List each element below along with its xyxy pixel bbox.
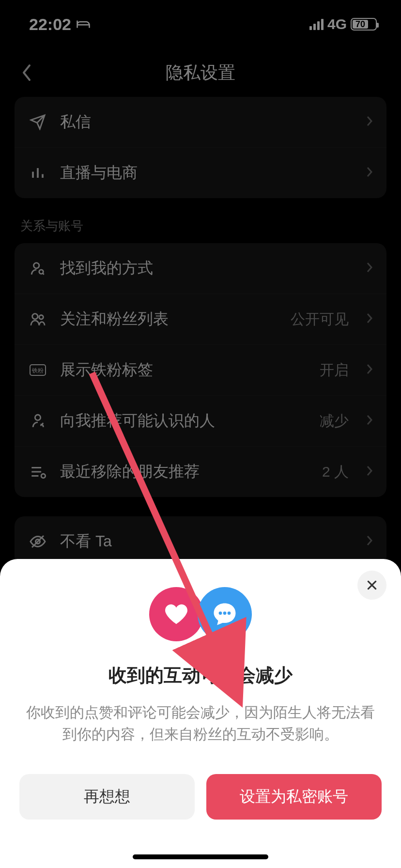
signal-icon: [309, 19, 324, 30]
group-communication: 私信 直播与电商: [15, 97, 386, 198]
chevron-right-icon: [366, 262, 373, 275]
svg-text:铁粉: 铁粉: [31, 367, 44, 374]
page-title: 隐私设置: [166, 61, 235, 85]
confirm-label: 设置为私密账号: [240, 786, 348, 807]
chevron-right-icon: [366, 465, 373, 479]
status-time: 22:02: [29, 15, 71, 34]
friend-suggest-icon: [28, 411, 47, 431]
person-search-icon: [28, 259, 47, 278]
list-icon: [28, 462, 47, 481]
close-button[interactable]: [357, 571, 386, 600]
row-fan-badge[interactable]: 铁粉 展示铁粉标签 开启: [15, 344, 386, 395]
home-indicator: [133, 854, 268, 859]
row-label: 展示铁粉标签: [60, 359, 307, 381]
svg-point-6: [35, 415, 40, 420]
svg-point-11: [228, 611, 231, 615]
row-value: 2 人: [322, 462, 349, 482]
sheet-body: 你收到的点赞和评论可能会减少，因为陌生人将无法看到你的内容，但来自粉丝的互动不受…: [19, 701, 382, 745]
group-icon: [28, 310, 47, 329]
row-private-message[interactable]: 私信: [15, 97, 386, 147]
confirm-sheet: 收到的互动可能会减少 你收到的点赞和评论可能会减少，因为陌生人将无法看到你的内容…: [0, 559, 401, 868]
svg-point-10: [223, 611, 227, 615]
row-label: 关注和粉丝列表: [60, 309, 278, 330]
row-label: 向我推荐可能认识的人: [60, 410, 307, 432]
row-label: 找到我的方式: [60, 258, 354, 279]
svg-point-3: [39, 315, 44, 320]
row-label: 私信: [60, 111, 354, 133]
row-label: 最近移除的朋友推荐: [60, 461, 309, 482]
svg-point-9: [219, 611, 222, 615]
network-label: 4G: [327, 16, 347, 32]
sheet-title: 收到的互动可能会减少: [19, 663, 382, 688]
send-icon: [28, 112, 47, 132]
badge-icon: 铁粉: [28, 360, 47, 380]
row-recommend-friends[interactable]: 向我推荐可能认识的人 减少: [15, 395, 386, 446]
row-find-me[interactable]: 找到我的方式: [15, 243, 386, 294]
row-value: 公开可见: [291, 310, 349, 329]
svg-point-0: [34, 263, 39, 268]
battery-icon: 70: [351, 18, 377, 31]
close-icon: [366, 579, 378, 591]
chevron-right-icon: [366, 166, 373, 180]
heart-icon: [149, 587, 203, 641]
section-title: 关系与账号: [15, 217, 386, 243]
chevron-right-icon: [366, 535, 373, 548]
chevron-right-icon: [366, 414, 373, 428]
confirm-button[interactable]: 设置为私密账号: [206, 774, 382, 820]
sheet-illustration: [19, 587, 382, 641]
bars-icon: [28, 163, 47, 183]
focus-icon: [76, 19, 91, 29]
row-label: 直播与电商: [60, 162, 354, 184]
page-header: 隐私设置: [0, 48, 401, 97]
chevron-right-icon: [366, 363, 373, 377]
battery-level: 70: [353, 20, 368, 29]
cancel-label: 再想想: [84, 786, 130, 807]
row-live-commerce[interactable]: 直播与电商: [15, 147, 386, 198]
group-relations: 找到我的方式 关注和粉丝列表 公开可见 铁粉 展示铁粉标签 开启 向我推荐可能认…: [15, 243, 386, 497]
row-followers-list[interactable]: 关注和粉丝列表 公开可见: [15, 294, 386, 344]
status-bar: 22:02 4G 70: [0, 0, 401, 48]
row-value: 减少: [320, 411, 349, 431]
cancel-button[interactable]: 再想想: [19, 774, 195, 820]
row-value: 开启: [320, 360, 349, 380]
chevron-right-icon: [366, 312, 373, 326]
row-label: 不看 Ta: [60, 531, 354, 552]
row-removed-recommendations[interactable]: 最近移除的朋友推荐 2 人: [15, 446, 386, 497]
svg-point-2: [32, 314, 38, 319]
chevron-right-icon: [366, 115, 373, 129]
back-button[interactable]: [15, 61, 38, 84]
eye-off-icon: [28, 532, 47, 551]
chat-icon: [198, 587, 252, 641]
svg-point-7: [41, 474, 45, 478]
